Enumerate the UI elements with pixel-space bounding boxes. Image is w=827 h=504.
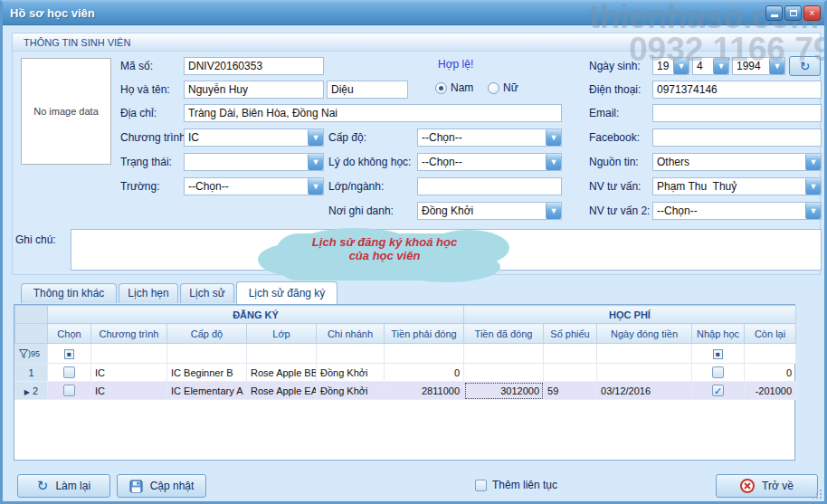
- filter-box-icon: ■: [64, 349, 74, 359]
- address-input[interactable]: [184, 104, 562, 122]
- label-nguon-tin: Nguồn tin:: [589, 156, 639, 168]
- label-nv-tu-van-2: NV tư vấn 2:: [589, 204, 650, 217]
- col-chuong-trinh[interactable]: Chương trình: [91, 324, 167, 344]
- col-ngay-dong-tien[interactable]: Ngày đóng tiền: [597, 324, 692, 344]
- label-ghi-chu: Ghi chú:: [15, 233, 56, 246]
- birth-year-combo[interactable]: 1994 ▼: [732, 57, 785, 75]
- birth-day-combo[interactable]: 19 ▼: [652, 57, 689, 75]
- label-ma-so: Mã số:: [120, 60, 153, 72]
- chevron-down-icon[interactable]: ▼: [805, 203, 821, 219]
- col-lop[interactable]: Lớp: [247, 324, 317, 344]
- update-button[interactable]: Cập nhật: [117, 474, 206, 498]
- chevron-down-icon[interactable]: ▼: [673, 58, 689, 74]
- registration-grid: ĐĂNG KÝ HỌC PHÍ Chọn Chương trình Cấp độ…: [14, 304, 795, 461]
- chevron-down-icon[interactable]: ▼: [713, 58, 728, 74]
- label-chuong-trinh: Chương trình:: [120, 131, 188, 144]
- row-number[interactable]: 1: [15, 364, 48, 382]
- enrollment-place-combo[interactable]: Đồng Khởi ▼: [417, 202, 562, 220]
- label-trang-thai: Trạng thái:: [120, 156, 172, 168]
- chevron-down-icon[interactable]: ▼: [805, 154, 821, 170]
- chevron-down-icon[interactable]: ▼: [308, 129, 323, 146]
- school-combo[interactable]: --Chọn-- ▼: [184, 177, 324, 195]
- focused-cell[interactable]: 3012000: [464, 382, 544, 400]
- label-lop-nganh: Lớp/ngành:: [328, 180, 384, 193]
- enrolled-checkbox[interactable]: [712, 366, 724, 378]
- class-major-input[interactable]: [417, 177, 562, 195]
- gender-radio-nam[interactable]: Nam: [435, 81, 473, 94]
- chevron-down-icon[interactable]: ▼: [769, 58, 784, 74]
- email-input[interactable]: [652, 104, 822, 122]
- band-indicator: [15, 306, 48, 324]
- filter-box-icon: ■: [713, 349, 723, 359]
- tab-lich-su[interactable]: Lịch sử: [180, 283, 234, 303]
- chevron-down-icon[interactable]: ▼: [546, 129, 561, 146]
- chevron-down-icon[interactable]: ▼: [546, 203, 561, 219]
- refresh-id-button[interactable]: ↻: [789, 56, 821, 76]
- status-combo[interactable]: ▼: [184, 153, 324, 171]
- reset-button[interactable]: ↻ Làm lại: [17, 474, 110, 498]
- source-combo[interactable]: Others ▼: [652, 153, 822, 171]
- col-cap-do[interactable]: Cấp độ: [167, 324, 247, 344]
- consultant-combo[interactable]: Phạm Thu Thuỷ ▼: [652, 177, 822, 195]
- resize-grip[interactable]: [812, 489, 822, 499]
- maximize-icon: [790, 10, 797, 16]
- chevron-down-icon[interactable]: ▼: [308, 178, 323, 195]
- first-name-input[interactable]: [184, 81, 324, 99]
- chevron-down-icon[interactable]: ▼: [308, 154, 323, 170]
- label-noi-ghi-danh: Nơi ghi danh:: [328, 204, 394, 217]
- label-dia-chi: Địa chỉ:: [120, 107, 157, 119]
- maximize-button[interactable]: [784, 5, 802, 21]
- title-bar[interactable]: Hồ sơ học viên: [3, 2, 824, 25]
- phone-input[interactable]: [652, 81, 822, 99]
- cancel-icon: [740, 479, 755, 493]
- ma-so-input[interactable]: [184, 57, 324, 75]
- radio-icon: [435, 82, 447, 94]
- save-icon: [129, 480, 143, 493]
- band-dang-ky: ĐĂNG KÝ: [48, 306, 464, 324]
- label-email: Email:: [589, 107, 619, 119]
- label-facebook: Facebook:: [589, 131, 640, 144]
- last-name-input[interactable]: [327, 81, 408, 99]
- reason-combo[interactable]: --Chọn-- ▼: [417, 153, 562, 171]
- facebook-input[interactable]: [652, 128, 822, 147]
- label-truong: Trường:: [120, 180, 159, 193]
- col-chi-nhanh[interactable]: Chi nhánh: [317, 324, 385, 344]
- back-button[interactable]: Trở về: [716, 474, 818, 498]
- row-checkbox[interactable]: [63, 385, 75, 396]
- enrolled-checkbox[interactable]: [712, 385, 724, 396]
- col-chon[interactable]: Chọn: [48, 324, 91, 344]
- filter-row: )95 ■ ■: [15, 344, 796, 364]
- col-tien-phai-dong[interactable]: Tiền phải đóng: [385, 324, 464, 344]
- consultant2-combo[interactable]: --Chọn-- ▼: [652, 202, 822, 220]
- row-checkbox[interactable]: [63, 366, 75, 378]
- continuous-add-checkbox[interactable]: Thêm liên tục: [475, 479, 557, 491]
- label-nv-tu-van: NV tư vấn:: [589, 180, 641, 193]
- band-hoc-phi: HỌC PHÍ: [464, 306, 796, 324]
- filter-nhap-hoc[interactable]: ■: [692, 344, 745, 364]
- close-button[interactable]: ×: [803, 5, 821, 21]
- filter-chon[interactable]: ■: [48, 344, 91, 364]
- chevron-down-icon[interactable]: ▼: [805, 178, 821, 195]
- callout-line2: của học viên: [267, 249, 502, 262]
- birth-month-combo[interactable]: 4 ▼: [692, 57, 729, 75]
- tab-lich-hen[interactable]: Lịch hẹn: [119, 283, 178, 303]
- groupbox-title: THÔNG TIN SINH VIÊN: [13, 33, 820, 52]
- tab-lich-su-dang-ky[interactable]: Lịch sử đăng ký: [236, 281, 337, 304]
- tab-thong-tin-khac[interactable]: Thông tin khác: [21, 283, 117, 303]
- col-nhap-hoc[interactable]: Nhập học: [692, 324, 745, 344]
- label-ho-ten: Họ và tên:: [120, 83, 170, 96]
- minimize-button[interactable]: [765, 5, 783, 21]
- col-tien-da-dong[interactable]: Tiền đã đóng: [464, 324, 544, 344]
- filter-funnel-icon: [19, 349, 28, 358]
- close-icon: ×: [810, 8, 815, 18]
- chevron-down-icon[interactable]: ▼: [546, 154, 561, 170]
- gender-radio-nu[interactable]: Nữ: [488, 81, 518, 94]
- level-combo[interactable]: --Chọn-- ▼: [417, 128, 562, 147]
- callout-line1: Lịch sử đăng ký khoá học: [267, 235, 502, 249]
- minimize-icon: [771, 14, 778, 17]
- program-combo[interactable]: IC ▼: [184, 128, 324, 147]
- col-so-phieu[interactable]: Số phiếu: [544, 324, 597, 344]
- col-con-lai[interactable]: Còn lại: [745, 324, 796, 344]
- photo-placeholder[interactable]: No image data: [21, 58, 111, 165]
- table-row: 1 IC IC Beginner B Rose Apple BB Đồng Kh…: [15, 364, 796, 382]
